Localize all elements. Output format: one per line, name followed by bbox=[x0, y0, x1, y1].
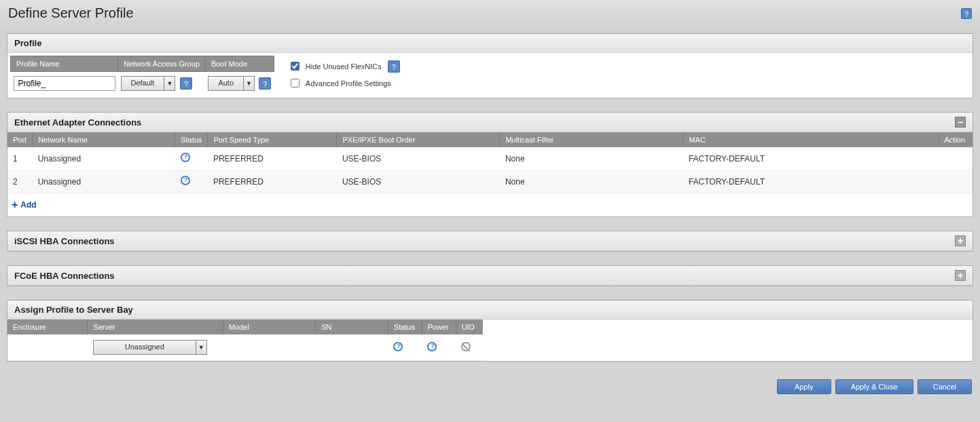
boot-mode-dropdown[interactable]: Auto ▼ bbox=[208, 76, 255, 91]
ethernet-panel-header: Ethernet Adapter Connections − bbox=[7, 113, 973, 132]
status-unknown-icon bbox=[181, 153, 190, 162]
cell-pxe: USE-BIOS bbox=[337, 147, 500, 170]
profile-name-col: Profile Name bbox=[11, 56, 118, 72]
cell-mac: FACTORY-DEFAULT bbox=[683, 170, 939, 193]
advanced-profile-settings-label: Advanced Profile Settings bbox=[306, 79, 391, 88]
cell-network-name: Unassigned bbox=[33, 147, 175, 170]
ethernet-table: Port Network Name Status Port Speed Type… bbox=[7, 132, 973, 193]
expand-icon[interactable]: + bbox=[955, 235, 966, 246]
col-network-name: Network Name bbox=[33, 132, 175, 147]
chevron-down-icon: ▼ bbox=[243, 77, 254, 90]
iscsi-header-label: iSCSI HBA Connections bbox=[14, 236, 115, 246]
fcoe-panel: FCoE HBA Connections + bbox=[7, 265, 973, 286]
fcoe-header-label: FCoE HBA Connections bbox=[14, 271, 115, 281]
server-dropdown[interactable]: Unassigned ▼ bbox=[93, 340, 207, 355]
apply-close-button[interactable]: Apply & Close bbox=[835, 379, 913, 394]
profile-name-input[interactable] bbox=[14, 76, 115, 91]
uid-disabled-icon bbox=[461, 342, 471, 351]
table-row[interactable]: Unassigned ▼ bbox=[7, 334, 483, 361]
col-model: Model bbox=[223, 320, 315, 334]
assign-table: Enclosure Server Model SN Status Power U… bbox=[7, 320, 483, 361]
footer: Apply Apply & Close Cancel bbox=[0, 375, 980, 400]
col-status: Status bbox=[175, 132, 208, 147]
hide-unused-flexnics-label: Hide Unused FlexNICs bbox=[306, 62, 382, 71]
boot-mode-value: Auto bbox=[208, 77, 243, 90]
cell-port: 1 bbox=[7, 147, 33, 170]
col-action: Action bbox=[939, 132, 973, 147]
page-header: Define Server Profile ? bbox=[0, 0, 980, 33]
status-unknown-icon bbox=[393, 342, 403, 351]
col-sn: SN bbox=[315, 320, 388, 334]
network-access-group-col: Network Access Group bbox=[118, 56, 206, 72]
network-access-group-dropdown[interactable]: Default ▼ bbox=[121, 76, 176, 91]
add-label: Add bbox=[20, 200, 36, 210]
table-row[interactable]: 2 Unassigned PREFERRED USE-BIOS None FAC… bbox=[7, 170, 973, 193]
boot-mode-col: Boot Mode bbox=[205, 56, 274, 72]
boot-mode-help-icon[interactable]: ? bbox=[259, 77, 271, 90]
col-server: Server bbox=[88, 320, 223, 334]
col-power: Power bbox=[422, 320, 456, 334]
iscsi-panel-header: iSCSI HBA Connections + bbox=[7, 231, 973, 251]
cell-multicast: None bbox=[500, 170, 683, 193]
chevron-down-icon: ▼ bbox=[196, 341, 206, 354]
profile-panel-header: Profile bbox=[7, 34, 973, 53]
hide-unused-help-icon[interactable]: ? bbox=[388, 60, 400, 73]
table-row[interactable]: 1 Unassigned PREFERRED USE-BIOS None FAC… bbox=[7, 147, 973, 170]
col-port: Port bbox=[7, 132, 33, 147]
assign-header-label: Assign Profile to Server Bay bbox=[14, 305, 133, 315]
col-multicast: Multicast Filter bbox=[500, 132, 683, 147]
cell-multicast: None bbox=[500, 147, 683, 170]
col-enclosure: Enclosure bbox=[7, 320, 88, 334]
add-button[interactable]: + Add bbox=[7, 193, 41, 216]
cell-port-speed-type: PREFERRED bbox=[208, 147, 337, 170]
chevron-down-icon: ▼ bbox=[164, 77, 175, 90]
collapse-icon[interactable]: − bbox=[955, 117, 966, 128]
cell-pxe: USE-BIOS bbox=[337, 170, 500, 193]
col-uid: UID bbox=[456, 320, 483, 334]
assign-panel-header: Assign Profile to Server Bay bbox=[7, 301, 973, 320]
iscsi-panel: iSCSI HBA Connections + bbox=[7, 231, 973, 252]
col-port-speed-type: Port Speed Type bbox=[208, 132, 337, 147]
ethernet-panel: Ethernet Adapter Connections − Port Netw… bbox=[7, 112, 973, 217]
assign-panel: Assign Profile to Server Bay Enclosure S… bbox=[7, 300, 973, 362]
network-access-group-help-icon[interactable]: ? bbox=[180, 77, 192, 90]
profile-header-label: Profile bbox=[14, 38, 41, 48]
cell-port-speed-type: PREFERRED bbox=[208, 170, 337, 193]
cell-network-name: Unassigned bbox=[33, 170, 175, 193]
power-unknown-icon bbox=[427, 342, 437, 351]
fcoe-panel-header: FCoE HBA Connections + bbox=[7, 266, 973, 286]
expand-icon[interactable]: + bbox=[955, 270, 966, 281]
status-unknown-icon bbox=[181, 176, 190, 185]
col-status: Status bbox=[388, 320, 422, 334]
advanced-profile-settings-checkbox[interactable] bbox=[291, 79, 300, 88]
col-pxe: PXE/IPXE Boot Order bbox=[337, 132, 500, 147]
server-value: Unassigned bbox=[94, 341, 196, 354]
network-access-group-value: Default bbox=[122, 77, 164, 90]
ethernet-header-label: Ethernet Adapter Connections bbox=[14, 117, 141, 128]
page-title: Define Server Profile bbox=[8, 5, 134, 21]
apply-button[interactable]: Apply bbox=[777, 379, 831, 394]
cancel-button[interactable]: Cancel bbox=[918, 379, 972, 394]
col-mac: MAC bbox=[683, 132, 939, 147]
profile-panel: Profile Profile Name Network Access Grou… bbox=[7, 33, 973, 98]
help-icon[interactable]: ? bbox=[961, 8, 972, 19]
plus-icon: + bbox=[12, 199, 18, 211]
cell-port: 2 bbox=[7, 170, 33, 193]
cell-mac: FACTORY-DEFAULT bbox=[683, 147, 939, 170]
hide-unused-flexnics-checkbox[interactable] bbox=[291, 62, 300, 71]
